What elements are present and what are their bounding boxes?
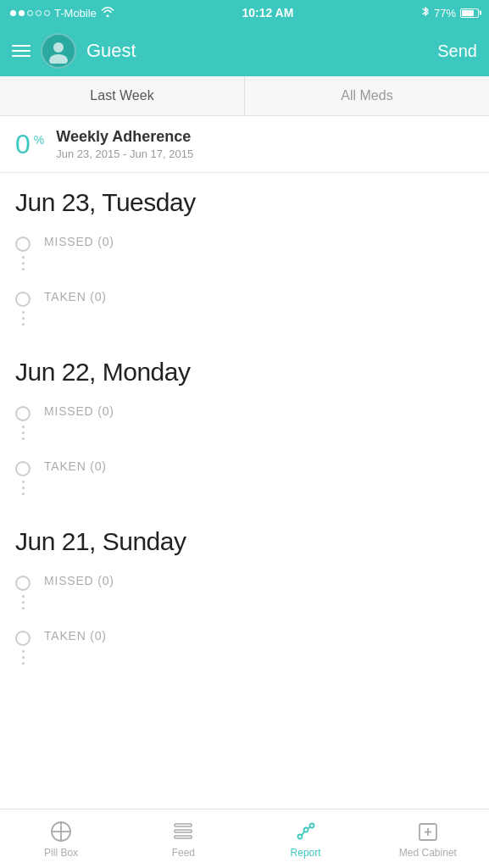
circle-container	[15, 403, 31, 442]
entry-group-2-taken: TAKEN (0)	[15, 623, 474, 671]
status-circle	[15, 406, 31, 421]
entry-group-1-missed: MISSED (0)	[15, 398, 474, 447]
status-circle	[15, 292, 31, 307]
bluetooth-icon	[421, 6, 430, 20]
status-left: T-Mobile	[10, 7, 114, 19]
battery-percent: 77%	[434, 7, 456, 19]
svg-point-9	[303, 827, 308, 832]
dot5	[44, 10, 50, 16]
svg-line-11	[302, 832, 304, 836]
entry-group-0-missed: MISSED (0)	[15, 229, 474, 277]
med-label-2-missed: MISSED (0)	[44, 573, 114, 587]
nav-label-report: Report	[291, 847, 321, 859]
svg-point-1	[49, 54, 68, 64]
nav-item-med-cabinet[interactable]: Med Cabinet	[367, 815, 489, 864]
day-section-2: Jun 21, Sunday MISSED (0)	[15, 512, 474, 682]
carrier-label: T-Mobile	[54, 7, 97, 19]
adherence-percent-sign: %	[34, 133, 44, 147]
avatar[interactable]	[41, 33, 76, 69]
menu-button[interactable]	[12, 45, 31, 57]
tab-last-week[interactable]: Last Week	[0, 76, 245, 115]
status-time: 10:12 AM	[242, 6, 293, 19]
daily-log: Jun 23, Tuesday MISSED (0)	[0, 173, 489, 682]
app-header: Guest Send	[0, 25, 489, 76]
entry-group-2-missed: MISSED (0)	[15, 568, 474, 616]
dot3	[27, 10, 33, 16]
dots-line	[22, 254, 25, 272]
med-label-0-missed: MISSED (0)	[44, 234, 114, 248]
nav-item-pill-box[interactable]: Pill Box	[0, 815, 122, 864]
med-entry-1-taken: TAKEN (0)	[15, 453, 474, 502]
day-title-0: Jun 23, Tuesday	[15, 188, 474, 217]
dot1	[10, 10, 16, 16]
adherence-banner: 0 % Weekly Adherence Jun 23, 2015 - Jun …	[0, 116, 489, 173]
day-section-0: Jun 23, Tuesday MISSED (0)	[15, 173, 474, 342]
signal-dots	[10, 10, 50, 16]
day-section-1: Jun 22, Monday MISSED (0)	[15, 342, 474, 512]
adherence-title: Weekly Adherence	[56, 128, 193, 146]
status-right: 77%	[421, 6, 479, 20]
medcabinet-icon	[416, 820, 440, 843]
dots-line	[22, 424, 25, 442]
send-button[interactable]: Send	[437, 42, 477, 61]
tab-bar: Last Week All Meds	[0, 76, 489, 116]
entry-group-1-taken: TAKEN (0)	[15, 453, 474, 502]
nav-item-report[interactable]: Report	[245, 815, 367, 864]
feed-icon	[171, 820, 195, 843]
nav-label-med-cabinet: Med Cabinet	[399, 847, 457, 859]
nav-label-pill-box: Pill Box	[44, 847, 78, 859]
circle-container	[15, 289, 31, 327]
circle-container	[15, 628, 31, 666]
med-entry-1-missed: MISSED (0)	[15, 398, 474, 447]
circle-container	[15, 573, 31, 611]
med-entry-0-taken: TAKEN (0)	[15, 284, 474, 332]
svg-point-0	[53, 42, 64, 53]
svg-rect-5	[175, 824, 192, 826]
adherence-percent: 0	[15, 131, 31, 158]
main-content: 0 % Weekly Adherence Jun 23, 2015 - Jun …	[0, 116, 489, 749]
status-circle	[15, 631, 31, 646]
nav-item-feed[interactable]: Feed	[122, 815, 244, 864]
svg-point-10	[309, 823, 314, 827]
med-entry-0-missed: MISSED (0)	[15, 229, 474, 277]
circle-container	[15, 459, 31, 497]
bottom-nav: Pill Box Feed Report	[0, 809, 489, 868]
adherence-text: Weekly Adherence Jun 23, 2015 - Jun 17, …	[56, 128, 193, 160]
tab-all-meds[interactable]: All Meds	[245, 76, 489, 115]
dot2	[19, 10, 25, 16]
svg-line-12	[308, 826, 310, 828]
status-circle	[15, 576, 31, 591]
report-icon	[294, 820, 318, 843]
circle-container	[15, 234, 31, 272]
day-title-2: Jun 21, Sunday	[15, 527, 474, 556]
dots-line	[22, 648, 25, 666]
med-entry-2-taken: TAKEN (0)	[15, 623, 474, 671]
entry-group-0-taken: TAKEN (0)	[15, 284, 474, 332]
svg-rect-7	[175, 836, 192, 838]
user-name: Guest	[86, 40, 437, 62]
dots-line	[22, 309, 25, 327]
pillbox-icon	[49, 820, 73, 843]
wifi-icon	[101, 7, 114, 19]
status-circle	[15, 461, 31, 476]
status-circle	[15, 236, 31, 252]
nav-label-feed: Feed	[172, 847, 195, 859]
med-entry-2-missed: MISSED (0)	[15, 568, 474, 616]
day-title-1: Jun 22, Monday	[15, 358, 474, 387]
battery-icon	[460, 8, 479, 18]
med-label-1-taken: TAKEN (0)	[44, 459, 107, 473]
adherence-dates: Jun 23, 2015 - Jun 17, 2015	[56, 147, 193, 160]
med-label-2-taken: TAKEN (0)	[44, 628, 107, 643]
med-label-0-taken: TAKEN (0)	[44, 289, 107, 303]
status-bar: T-Mobile 10:12 AM 77%	[0, 0, 489, 25]
med-label-1-missed: MISSED (0)	[44, 403, 114, 418]
dots-line	[22, 479, 25, 497]
dot4	[36, 10, 42, 16]
dots-line	[22, 593, 25, 611]
svg-rect-6	[175, 830, 192, 832]
